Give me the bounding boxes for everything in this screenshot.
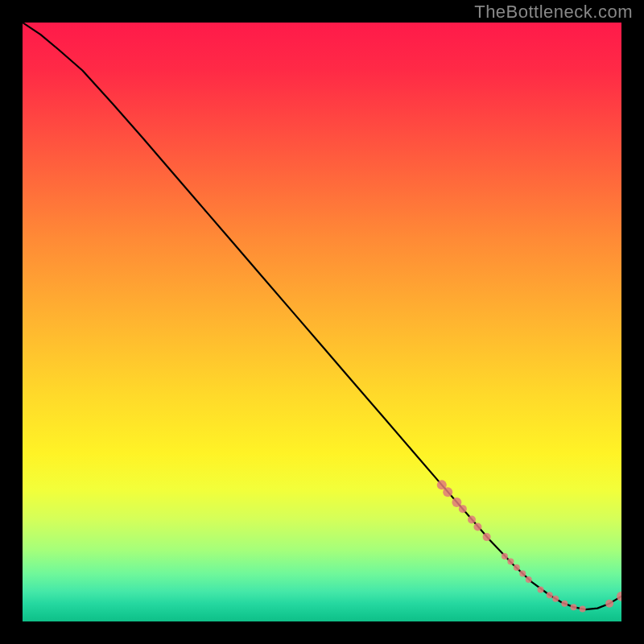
data-marker: [502, 553, 508, 559]
data-marker: [514, 564, 520, 571]
data-marker: [570, 604, 576, 610]
data-marker: [519, 570, 526, 576]
data-marker: [561, 601, 568, 607]
data-marker: [552, 596, 559, 602]
watermark-text: TheBottleneck.com: [474, 2, 633, 23]
bottleneck-curve: [23, 23, 621, 609]
data-marker: [605, 600, 613, 608]
chart-frame: { "watermark": "TheBottleneck.com", "col…: [0, 0, 644, 644]
data-marker: [473, 522, 481, 530]
data-marker: [452, 497, 461, 507]
data-marker: [483, 533, 491, 541]
plot-area: [23, 23, 621, 621]
data-marker: [547, 592, 553, 598]
data-marker: [459, 505, 467, 513]
chart-svg: [23, 23, 621, 621]
data-marker: [507, 559, 514, 565]
highlighted-markers: [437, 480, 621, 612]
data-marker: [580, 605, 586, 612]
data-marker: [443, 487, 452, 497]
data-marker: [468, 516, 476, 524]
data-marker: [538, 587, 544, 593]
data-marker: [526, 576, 532, 583]
